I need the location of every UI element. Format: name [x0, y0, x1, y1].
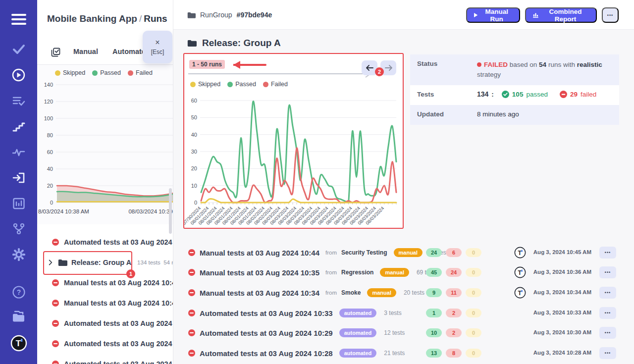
select-all-icon[interactable] — [51, 47, 61, 59]
sign-in-icon[interactable] — [0, 171, 37, 184]
run-title[interactable]: Manual tests at 03 Aug 2024 10:34 — [200, 289, 319, 297]
chevron-right-icon[interactable] — [47, 259, 54, 266]
app-sidebar: ? T — [0, 0, 37, 364]
settings-gear-icon[interactable] — [0, 248, 37, 261]
breadcrumb-project[interactable]: Mobile Banking App — [47, 13, 137, 24]
manual-run-button[interactable]: Manual Run — [466, 7, 520, 23]
failed-status-icon — [52, 239, 59, 246]
run-timestamp: Aug 3, 2024 10:33 AM — [507, 310, 591, 315]
app-logo[interactable]: T — [0, 335, 37, 352]
legend-skipped: Skipped — [198, 81, 220, 88]
automated-badge: automated — [339, 309, 377, 317]
tests-label: Tests — [417, 91, 434, 98]
folder-icon — [187, 39, 197, 47]
passed-pill: 10 — [426, 328, 442, 337]
mini-chart-legend: Skipped Passed Failed — [55, 69, 153, 76]
run-group-item[interactable]: Release: Group A 134 tests 54 r — [37, 252, 173, 272]
app-window: ? T Mobile Banking App/Runs Manual Autom… — [0, 0, 634, 364]
manual-badge: manual — [380, 268, 409, 277]
tests-count: 12 tests — [384, 329, 405, 336]
svg-text:0: 0 — [50, 200, 53, 206]
updated-value: 8 minutes ago — [477, 110, 519, 118]
row-more-button[interactable]: ••• — [599, 287, 616, 299]
report-chart-icon — [533, 12, 538, 18]
run-row[interactable]: Manual tests at 03 Aug 2024 10:44 from S… — [183, 244, 619, 261]
row-more-button[interactable]: ••• — [599, 266, 616, 278]
svg-text:50: 50 — [191, 114, 197, 120]
runs-play-icon[interactable] — [0, 68, 37, 82]
run-timestamp: Aug 3, 2024 10:34 AM — [507, 289, 591, 295]
run-list-item[interactable]: Automated tests at 03 Aug 2024 1 — [37, 354, 173, 364]
row-more-button[interactable]: ••• — [599, 247, 616, 259]
run-row[interactable]: Manual tests at 03 Aug 2024 10:35 from R… — [183, 263, 619, 281]
run-row[interactable]: Automated tests at 03 Aug 2024 10:29 aut… — [183, 324, 619, 342]
runs-chart-card: 1 - 50 runs 2 Skipped Passed Failed 0102… — [183, 53, 404, 229]
breadcrumb-page: Runs — [144, 13, 167, 24]
panel-scrollbar[interactable] — [169, 188, 172, 234]
breadcrumb-separator: / — [137, 13, 144, 24]
run-list-item[interactable]: Manual tests at 03 Aug 2024 10:42 — [37, 293, 173, 313]
arrow-left-icon — [366, 65, 373, 71]
svg-text:08/03/2024 10:39: 08/03/2024 10:39 — [128, 208, 173, 214]
run-list-icon[interactable] — [0, 95, 37, 107]
legend-passed: Passed — [100, 69, 121, 76]
tests-count: 20 tests — [404, 289, 424, 296]
updated-label: Updated — [417, 110, 444, 118]
rungroup-label: RunGroup — [200, 11, 232, 19]
passed-pill: 1 — [426, 309, 442, 317]
close-icon[interactable]: × — [155, 39, 159, 47]
run-title[interactable]: Automated tests at 03 Aug 2024 10:28 — [200, 349, 333, 358]
run-row[interactable]: Automated tests at 03 Aug 2024 10:33 aut… — [183, 304, 619, 322]
failed-status-icon — [188, 249, 195, 256]
run-title[interactable]: Manual tests at 03 Aug 2024 10:35 — [200, 268, 319, 277]
run-list-item[interactable]: Automated tests at 03 Aug 2024 10 — [37, 333, 173, 354]
from-label: from — [325, 290, 337, 296]
passed-dot-icon — [92, 70, 98, 76]
status-value: FAILED based on 54 runs with realistic s… — [477, 60, 618, 80]
svg-text:T: T — [15, 339, 21, 348]
run-timestamp: Aug 3, 2024 10:45 AM — [507, 249, 591, 255]
run-source: Security Testing — [341, 249, 387, 256]
projects-folder-icon[interactable] — [0, 310, 37, 323]
run-row[interactable]: Automated tests at 03 Aug 2024 10:28 aut… — [183, 344, 619, 362]
tab-manual[interactable]: Manual — [73, 48, 98, 55]
folder-icon — [58, 259, 67, 266]
help-icon[interactable]: ? — [0, 285, 37, 299]
activity-pulse-icon[interactable] — [0, 147, 37, 157]
branches-icon[interactable] — [0, 222, 37, 235]
row-more-button[interactable]: ••• — [599, 327, 616, 339]
run-list-item[interactable]: Manual tests at 03 Aug 2024 10:43 — [37, 272, 173, 293]
svg-text:?: ? — [16, 288, 21, 296]
result-pills: 10 2 0 — [426, 328, 481, 337]
esc-tooltip[interactable]: × [Esc] — [143, 31, 172, 63]
steps-icon[interactable] — [0, 121, 37, 132]
run-list: Automated tests at 03 Aug 2024 10 Releas… — [37, 232, 173, 364]
result-pills: 1 2 0 — [426, 309, 481, 317]
run-title: Automated tests at 03 Aug 2024 10 — [64, 340, 173, 348]
annotation-badge-1: 1 — [126, 269, 135, 278]
more-actions-button[interactable]: ••• — [602, 7, 619, 23]
reports-chart-icon[interactable] — [0, 197, 37, 210]
run-list-item[interactable]: Automated tests at 03 Aug 2024 10 — [37, 313, 173, 333]
skipped-pill: 0 — [466, 309, 481, 317]
svg-text:60: 60 — [47, 149, 53, 155]
result-pills: 24 6 0 — [426, 248, 481, 257]
run-list-item[interactable]: Automated tests at 03 Aug 2024 10 — [37, 232, 173, 252]
row-more-button[interactable]: ••• — [599, 347, 616, 359]
row-more-button[interactable]: ••• — [599, 307, 616, 319]
tests-count: 3 tests — [384, 310, 401, 316]
from-label: from — [325, 269, 337, 275]
run-group-meta: 134 tests 54 r — [137, 260, 173, 265]
run-title[interactable]: Automated tests at 03 Aug 2024 10:29 — [200, 329, 333, 337]
run-row[interactable]: Manual tests at 03 Aug 2024 10:34 from S… — [183, 284, 619, 302]
rungroup-breadcrumb: RunGroup #97bde94e — [187, 0, 272, 30]
tests-check-icon[interactable] — [0, 44, 37, 55]
combined-report-button[interactable]: Combined Report — [525, 7, 597, 23]
passed-check-icon — [502, 91, 509, 98]
run-title[interactable]: Automated tests at 03 Aug 2024 10:33 — [200, 309, 333, 317]
line-chart: 010203040506007/30/202408/01/202408/01/2… — [184, 90, 402, 227]
svg-text:10: 10 — [191, 183, 197, 189]
run-title[interactable]: Manual tests at 03 Aug 2024 10:44 — [200, 249, 319, 257]
menu-icon[interactable] — [0, 13, 37, 26]
rungroup-header: RunGroup #97bde94e Manual Run Combined R… — [173, 0, 634, 30]
